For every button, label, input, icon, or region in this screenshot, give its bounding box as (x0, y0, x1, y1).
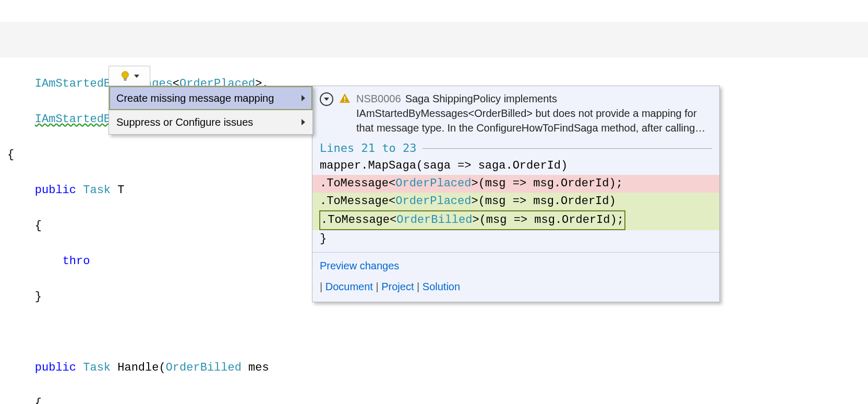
fix-preview-flyout: NSB0006Saga ShippingPolicy implements IA… (312, 86, 720, 302)
diff-line-context: mapper.MapSaga(saga => saga.OrderId) (312, 157, 719, 175)
submenu-arrow-icon (302, 119, 305, 125)
diagnostic-id: NSB0006 (356, 93, 401, 104)
lp: ( (159, 361, 165, 374)
diagnostic-text: NSB0006Saga ShippingPolicy implements IA… (356, 91, 712, 135)
pipe-sep: | (320, 281, 322, 292)
diff-line-removed: .ToMessage<OrderPlaced>(msg => msg.Order… (312, 175, 719, 193)
t-orderbilled2: OrderBilled (166, 361, 242, 374)
diff-line-added: .ToMessage<OrderPlaced>(msg => msg.Order… (312, 193, 719, 210)
lbrace2: { (35, 219, 42, 232)
diff-preview: Lines 21 to 23 mapper.MapSaga(saga => sa… (312, 138, 719, 252)
mes: mes (248, 361, 269, 374)
rbrace2: } (35, 290, 42, 303)
kw-public2: public (35, 184, 76, 197)
svg-rect-3 (344, 101, 345, 102)
diff-line-context: } (312, 230, 719, 248)
scope-project-link[interactable]: Project (381, 281, 414, 292)
svg-rect-0 (124, 79, 127, 80)
svg-rect-1 (124, 80, 127, 81)
kw-public3: public (35, 361, 76, 374)
chevron-down-icon (134, 75, 139, 78)
method-t: T (117, 184, 124, 197)
menu-item-create-mapping[interactable]: Create missing message mapping (109, 86, 312, 110)
diagnostic-header: NSB0006Saga ShippingPolicy implements IA… (312, 86, 719, 138)
lbrace3: { (35, 397, 42, 404)
diff-line-added-highlight: .ToMessage<OrderBilled>(msg => msg.Order… (312, 210, 719, 230)
pipe-sep: | (376, 281, 378, 292)
submenu-arrow-icon (302, 95, 305, 101)
lightbulb-button[interactable] (108, 66, 150, 87)
throw-partial: thro (63, 255, 90, 268)
pipe-sep: | (417, 281, 419, 292)
lbrace: { (7, 148, 14, 161)
method-handle: Handle (117, 361, 159, 374)
preview-links-bar: Preview changes | Document | Project | S… (312, 252, 719, 302)
scope-solution-link[interactable]: Solution (423, 281, 460, 292)
expand-icon[interactable] (320, 92, 333, 106)
menu-item-label: Suppress or Configure issues (116, 113, 253, 131)
menu-item-label: Create missing message mapping (116, 89, 274, 107)
svg-rect-2 (344, 97, 345, 100)
menu-item-suppress[interactable]: Suppress or Configure issues (109, 110, 312, 134)
warning-icon (339, 92, 351, 105)
scope-document-link[interactable]: Document (326, 281, 373, 292)
kw-task: Task (83, 184, 111, 197)
lines-header: Lines 21 to 23 (312, 138, 719, 157)
preview-changes-link[interactable]: Preview changes (320, 260, 399, 271)
kw-task2: Task (83, 361, 111, 374)
lightbulb-icon (119, 70, 131, 82)
quick-actions-menu: Create missing message mapping Suppress … (108, 86, 313, 135)
